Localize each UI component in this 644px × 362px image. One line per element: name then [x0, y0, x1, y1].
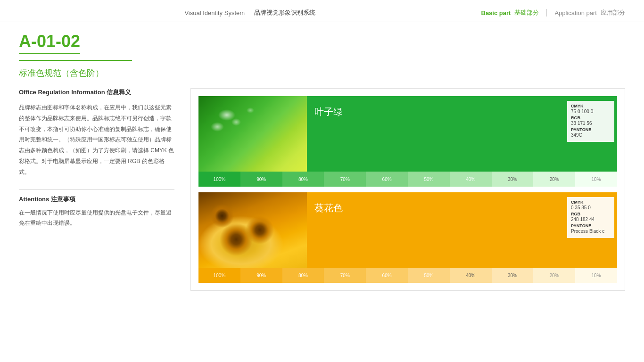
yellow-50: 50% — [408, 268, 450, 283]
main-content: Office Regulation Information 信息释义 品牌标志由… — [0, 79, 644, 300]
green-100: 100% — [198, 172, 240, 187]
yellow-gradient-row: 100% 90% 80% 70% 60% 50% 40% 30% 20% 10% — [198, 268, 617, 283]
green-gradient-row: 100% 90% 80% 70% 60% 50% 40% 30% 20% 10% — [198, 172, 617, 187]
header-divider — [546, 9, 547, 16]
green-20: 20% — [533, 172, 575, 187]
yellow-40: 40% — [450, 268, 492, 283]
green-90: 90% — [240, 172, 282, 187]
green-70: 70% — [324, 172, 366, 187]
page-code-title: A-01-02 — [19, 32, 80, 54]
green-pantone-value: 349C — [571, 132, 611, 138]
application-en-label: Application part — [554, 9, 597, 16]
vis-cn-label: 品牌视觉形象识别系统 — [254, 8, 315, 17]
yellow-60: 60% — [366, 268, 408, 283]
application-cn-label: 应用部分 — [601, 8, 625, 17]
sunflower-photo — [198, 192, 307, 268]
attention-divider — [19, 189, 174, 189]
basic-cn-label: 基础部分 — [514, 8, 539, 17]
yellow-80: 80% — [282, 268, 324, 283]
green-color-card: 叶子绿 CMYK 75 0 100 0 RGB 33 171 56 PANTON… — [198, 96, 617, 187]
green-60: 60% — [366, 172, 408, 187]
yellow-100: 100% — [198, 268, 240, 283]
green-pantone-label: PANTONE — [571, 127, 611, 132]
vis-en-label: Visual Identity System — [184, 9, 245, 16]
yellow-pantone-label: PANTONE — [571, 223, 611, 228]
green-color-name: 叶子绿 — [314, 106, 343, 118]
yellow-card-top: 葵花色 CMYK 0 35 85 0 RGB 248 182 44 PANTON… — [198, 192, 617, 268]
yellow-90: 90% — [240, 268, 282, 283]
color-panel: 叶子绿 CMYK 75 0 100 0 RGB 33 171 56 PANTON… — [190, 88, 625, 291]
yellow-rgb-label: RGB — [571, 212, 611, 216]
yellow-30: 30% — [492, 268, 534, 283]
green-name-area: 叶子绿 — [307, 96, 567, 172]
green-rgb-value: 33 171 56 — [571, 121, 611, 126]
header-center: Visual Identity System 品牌视觉形象识别系统 — [19, 8, 481, 17]
yellow-main-area: 葵花色 CMYK 0 35 85 0 RGB 248 182 44 PANTON… — [307, 192, 617, 268]
yellow-cmyk-label: CMYK — [571, 200, 611, 205]
yellow-name-area: 葵花色 — [307, 192, 567, 268]
yellow-info-box: CMYK 0 35 85 0 RGB 248 182 44 PANTONE Pr… — [567, 197, 614, 238]
yellow-70: 70% — [324, 268, 366, 283]
regulation-title: Office Regulation Information 信息释义 — [19, 88, 174, 97]
green-info-box: CMYK 75 0 100 0 RGB 33 171 56 PANTONE 34… — [567, 101, 614, 142]
yellow-color-card: 葵花色 CMYK 0 35 85 0 RGB 248 182 44 PANTON… — [198, 192, 617, 283]
yellow-10: 10% — [575, 268, 617, 283]
left-sidebar: Office Regulation Information 信息释义 品牌标志由… — [19, 88, 179, 291]
green-main-area: 叶子绿 CMYK 75 0 100 0 RGB 33 171 56 PANTON… — [307, 96, 617, 172]
header: Visual Identity System 品牌视觉形象识别系统 Basic … — [0, 0, 644, 22]
green-cmyk-label: CMYK — [571, 104, 611, 108]
green-30: 30% — [492, 172, 534, 187]
yellow-20: 20% — [533, 268, 575, 283]
green-80: 80% — [282, 172, 324, 187]
green-cmyk-value: 75 0 100 0 — [571, 109, 611, 114]
page-code-section: A-01-02 标准色规范（含色阶） — [0, 22, 644, 79]
attention-title: Attentions 注意事项 — [19, 195, 174, 204]
green-10: 10% — [575, 172, 617, 187]
regulation-body: 品牌标志由图标和字体名称构成，在应用中，我们以这些元素的整体作为品牌标志来使用。… — [19, 102, 174, 178]
green-40: 40% — [450, 172, 492, 187]
green-card-top: 叶子绿 CMYK 75 0 100 0 RGB 33 171 56 PANTON… — [198, 96, 617, 172]
basic-en-label: Basic part — [481, 9, 511, 16]
attention-body: 在一般情况下使用时应尽量使用提供的光盘电子文件，尽量避免在重绘中出现错误。 — [19, 207, 174, 229]
green-rgb-label: RGB — [571, 115, 611, 120]
yellow-pantone-value: Process Black c — [571, 229, 611, 234]
green-50: 50% — [408, 172, 450, 187]
header-right: Basic part 基础部分 Application part 应用部分 — [481, 8, 626, 17]
page-subtitle: 标准色规范（含色阶） — [19, 67, 625, 79]
yellow-rgb-value: 248 182 44 — [571, 217, 611, 222]
green-photo — [198, 96, 307, 172]
yellow-color-name: 葵花色 — [314, 202, 343, 214]
yellow-cmyk-value: 0 35 85 0 — [571, 205, 611, 210]
